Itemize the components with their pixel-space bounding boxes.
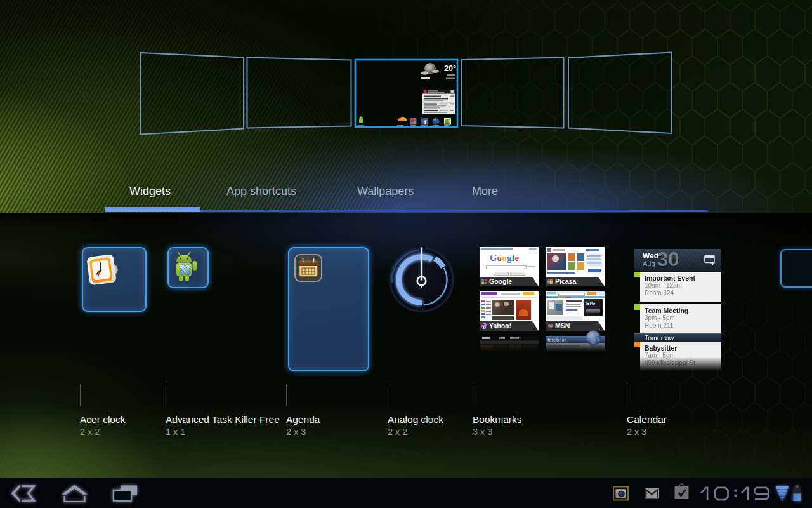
svg-text:20°: 20° — [444, 64, 456, 73]
svg-text:y!: y! — [483, 324, 487, 329]
